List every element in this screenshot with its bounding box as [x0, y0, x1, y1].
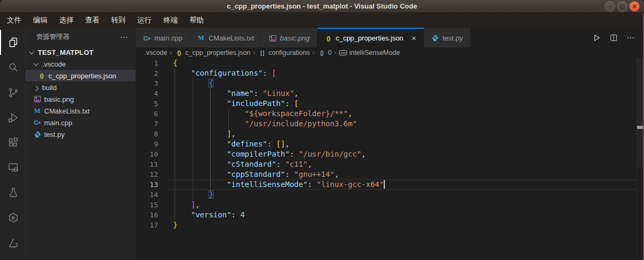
activity-item-explorer[interactable]	[0, 30, 26, 55]
line-number[interactable]: 10	[136, 149, 158, 159]
code-token: ,	[232, 129, 236, 138]
scrollbar[interactable]	[637, 58, 643, 260]
activity-item-extensions[interactable]	[0, 130, 26, 155]
indent-guide	[210, 99, 211, 109]
tree-row-c-cpp-properties-json[interactable]: {}c_cpp_properties.json	[26, 70, 136, 82]
tab-close-icon[interactable]: ✕	[411, 35, 417, 42]
close-button[interactable]: ✕	[629, 1, 640, 12]
code-line[interactable]: 16 "version": 4	[136, 210, 644, 220]
line-number[interactable]: 7	[136, 119, 158, 129]
line-number[interactable]: 8	[136, 129, 158, 139]
code-line[interactable]: 3 {	[136, 78, 644, 88]
activity-item-remote-explorer[interactable]	[0, 155, 26, 180]
line-number[interactable]: 2	[136, 68, 158, 78]
tab-main-cpp[interactable]: C+main.cpp	[136, 28, 190, 47]
code-token: :	[232, 210, 241, 219]
line-number[interactable]: 17	[136, 220, 158, 230]
tree-row-main-cpp[interactable]: C+main.cpp	[26, 117, 136, 128]
breadcrumb-item-c-cpp-properties-json[interactable]: {}c_cpp_properties.json	[175, 49, 250, 56]
tree-row-build[interactable]: build	[26, 82, 136, 93]
menu-item-file[interactable]: 文件	[1, 13, 27, 28]
hexagon-play-icon	[7, 212, 20, 224]
menu-item-edit[interactable]: 编辑	[27, 13, 53, 28]
tab-label: basic.png	[280, 34, 310, 42]
code-editor[interactable]: 1{2 "configurations": [3 {4 "name": "Lin…	[136, 58, 644, 260]
activity-item-search[interactable]	[0, 55, 26, 80]
code-token: ,	[195, 200, 200, 209]
activity-item-testing[interactable]	[0, 180, 26, 205]
source-control-icon	[7, 86, 20, 99]
more-actions-icon[interactable]: ⋯	[120, 32, 128, 42]
menu-item-run[interactable]: 运行	[131, 13, 158, 28]
tab-test-py[interactable]: test.py	[424, 28, 470, 47]
tab-basic-png[interactable]: basic.png	[261, 28, 317, 47]
code-line[interactable]: 7 "/usr/include/python3.6m"	[136, 119, 644, 129]
code-line[interactable]: 8 ],	[136, 129, 644, 139]
overview-cursor-marker	[637, 126, 643, 129]
breadcrumb-item-0[interactable]: {}0	[317, 49, 332, 56]
line-number[interactable]: 12	[136, 169, 158, 180]
tree-row-basic-png[interactable]: basic.png	[26, 93, 136, 105]
code-token: ]	[227, 129, 231, 138]
breadcrumb-item--vscode[interactable]: .vscode	[144, 49, 167, 56]
tree-row-test-matplot[interactable]: TEST_MATPLOT	[26, 46, 136, 58]
indent-guide	[175, 200, 175, 210]
title-bar[interactable]: c_cpp_properties.json - test_matplot - V…	[0, 0, 644, 13]
menu-item-go[interactable]: 转到	[105, 13, 131, 28]
activity-item-run-and-debug[interactable]	[0, 105, 26, 130]
menu-item-view[interactable]: 查看	[79, 13, 105, 28]
sidebar-explorer: 资源管理器 ⋯ TEST_MATPLOT.vscode{}c_cpp_prope…	[26, 28, 136, 260]
code-token: "defines"	[227, 140, 267, 148]
split-editor-button[interactable]	[608, 32, 620, 44]
activity-item-cmake-tools[interactable]	[0, 230, 26, 255]
breadcrumb-item-configurations[interactable]: [ ]configurations	[258, 49, 310, 56]
scrollbar-slider[interactable]	[637, 58, 643, 167]
tree-row-test-py[interactable]: test.py	[26, 128, 136, 140]
code-line[interactable]: 11 "cStandard": "c11",	[136, 159, 644, 169]
code-line[interactable]: 17}	[136, 220, 644, 230]
line-number[interactable]: 15	[136, 200, 158, 210]
code-line[interactable]: 5 "includePath": [	[136, 99, 644, 109]
code-token	[173, 140, 227, 148]
code-line[interactable]: 14 }	[136, 190, 644, 200]
more-actions-button[interactable]: ⋯	[625, 32, 637, 44]
breadcrumb-item-intellisensemode[interactable]: abcintelliSenseMode	[339, 49, 400, 56]
activity-item-cmake[interactable]	[0, 205, 26, 230]
line-number[interactable]: 9	[136, 139, 158, 149]
code-line[interactable]: 1{	[136, 58, 644, 68]
tab-label: main.cpp	[154, 34, 183, 42]
menu-item-selection[interactable]: 选择	[53, 13, 79, 28]
code-line[interactable]: 10 "compilerPath": "/usr/bin/gcc",	[136, 149, 644, 159]
code-line[interactable]: 2 "configurations": [	[136, 68, 644, 78]
code-line[interactable]: 4 "name": "Linux",	[136, 88, 644, 99]
tree-row-cmakelists-txt[interactable]: MCMakeLists.txt	[26, 105, 136, 117]
minimize-button[interactable]: −	[605, 1, 615, 12]
tab-cmakelists-txt[interactable]: MCMakeLists.txt	[190, 28, 261, 47]
menu-item-terminal[interactable]: 终端	[158, 13, 184, 28]
line-number[interactable]: 14	[136, 190, 158, 200]
line-number[interactable]: 1	[136, 58, 158, 68]
activity-item-source-control[interactable]	[0, 80, 26, 105]
indent-guide	[193, 78, 193, 88]
maximize-button[interactable]	[617, 1, 628, 12]
image-icon	[268, 35, 277, 42]
code-line[interactable]: 13 "intelliSenseMode": "linux-gcc-x64"	[136, 180, 644, 190]
line-number[interactable]: 16	[136, 210, 158, 220]
code-token: "c11"	[285, 160, 308, 168]
code-token	[173, 210, 191, 219]
code-line[interactable]: 6 "${workspaceFolder}/**",	[136, 109, 644, 119]
line-number[interactable]: 5	[136, 99, 158, 109]
tab-c-cpp-properties-json[interactable]: {}c_cpp_properties.json✕	[317, 28, 424, 47]
line-number[interactable]: 6	[136, 109, 158, 119]
tree-row--vscode[interactable]: .vscode	[26, 58, 136, 70]
line-number[interactable]: 4	[136, 88, 158, 99]
code-token	[173, 170, 227, 178]
code-line[interactable]: 9 "defines": [],	[136, 139, 644, 149]
code-line[interactable]: 12 "cppStandard": "gnu++14",	[136, 169, 644, 180]
run-button[interactable]	[591, 32, 602, 44]
line-number[interactable]: 3	[136, 78, 158, 88]
line-number[interactable]: 13	[136, 180, 158, 190]
line-number[interactable]: 11	[136, 159, 158, 169]
code-line[interactable]: 15 ],	[136, 200, 644, 210]
menu-item-help[interactable]: 帮助	[184, 13, 210, 28]
